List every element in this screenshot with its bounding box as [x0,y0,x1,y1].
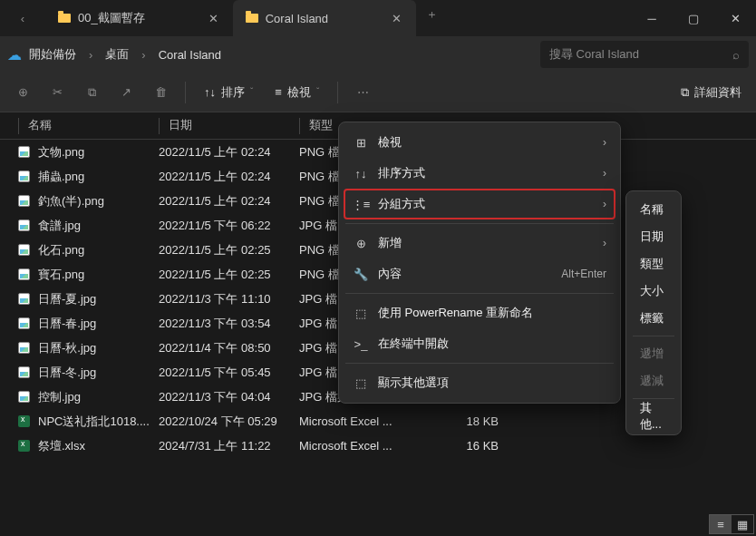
file-date: 2022/11/5 上午 02:25 [159,267,299,283]
submenu-item[interactable]: 日期 [631,223,676,250]
submenu-item[interactable]: 標籤 [631,305,676,332]
cut-button[interactable]: ✂ [42,78,73,107]
file-type: Microsoft Excel ... [299,414,417,428]
file-date: 2024/7/31 上午 11:22 [159,438,299,454]
menu-item-排序方式[interactable]: ↑↓排序方式› [344,158,615,189]
file-date: 2022/11/5 下午 05:45 [159,365,299,381]
image-icon [18,244,30,256]
file-name: 寶石.png [38,267,159,283]
image-icon [18,171,30,182]
menu-label: 內容 [378,266,552,282]
search-icon: ⌕ [732,48,740,62]
submenu-item[interactable]: 大小 [631,278,676,305]
shortcut: Alt+Enter [561,268,606,280]
tab-inactive[interactable]: 00_截圖暫存 ✕ [45,0,233,36]
menu-item-使用 PowerRename 重新命名[interactable]: ⬚使用 PowerRename 重新命名 [344,297,615,328]
copy-button[interactable]: ⧉ [76,78,107,107]
menu-label: 檢視 [378,134,594,151]
tab-label: Coral Island [266,12,328,25]
file-name: 化石.png [38,242,159,258]
menu-label: 顯示其他選項 [378,375,606,391]
close-window-button[interactable]: ✕ [714,0,756,36]
pr-icon: ⬚ [353,307,369,320]
menu-item-顯示其他選項[interactable]: ⬚顯示其他選項 [344,367,615,398]
submenu-item[interactable]: 類型 [631,250,676,278]
details-button[interactable]: ⧉ 詳細資料 [674,84,749,101]
chevron-down-icon: ˇ [250,87,253,97]
image-icon [18,342,30,354]
file-name: 祭壇.xlsx [38,438,159,454]
more-button[interactable]: ⋯ [347,78,378,107]
file-name: 捕蟲.png [38,169,159,185]
menu-item-分組方式[interactable]: ⋮≡分組方式› [344,189,615,219]
chevron-down-icon: ˇ [316,87,319,97]
backup-link[interactable]: 開始備份 [25,46,80,63]
file-name: 文物.png [38,144,159,161]
menu-item-新增[interactable]: ⊕新增› [344,228,615,258]
delete-button[interactable]: 🗑 [145,78,176,107]
onedrive-icon[interactable]: ☁ [7,46,22,63]
address-bar: ☁ 開始備份 › 桌面 › Coral Island 搜尋 Coral Isla… [0,36,756,73]
file-date: 2022/10/24 下午 05:29 [159,414,299,430]
chevron-right-icon: › [603,198,606,210]
search-input[interactable]: 搜尋 Coral Island ⌕ [540,41,749,68]
new-tab-button[interactable]: ＋ [416,0,447,29]
menu-label: 在終端中開啟 [378,336,606,352]
share-button[interactable]: ↗ [111,78,141,107]
breadcrumb-item[interactable]: Coral Island [155,48,225,62]
chevron-right-icon: › [603,167,606,180]
view-icon: ≡ [275,85,282,99]
folder-icon [246,14,258,23]
file-type: Microsoft Excel ... [299,439,417,453]
col-name[interactable]: 名稱 [18,117,159,134]
minimize-button[interactable]: ─ [631,0,673,36]
file-row[interactable]: 祭壇.xlsx2024/7/31 上午 11:22Microsoft Excel… [0,434,756,458]
file-name: 日曆-夏.jpg [38,291,159,307]
menu-label: 新增 [378,235,594,251]
file-name: 日曆-秋.jpg [38,340,159,356]
menu-label: 分組方式 [378,196,594,212]
image-icon [18,366,30,378]
file-name: 日曆-冬.jpg [38,365,159,381]
col-date[interactable]: 日期 [159,117,299,134]
context-menu: ⊞檢視›↑↓排序方式›⋮≡分組方式›⊕新增›🔧內容Alt+Enter⬚使用 Po… [338,122,621,404]
new-button[interactable]: ⊕ [7,78,38,107]
file-date: 2022/11/3 下午 11:10 [159,291,299,307]
sort-button[interactable]: ↑↓ 排序 ˇ [195,78,262,107]
view-button[interactable]: ≡ 檢視 ˇ [266,78,328,107]
breadcrumb-item[interactable]: 桌面 [102,46,132,63]
menu-item-內容[interactable]: 🔧內容Alt+Enter [344,258,615,289]
details-view-button[interactable]: ≡ [710,515,732,533]
chevron-right-icon: › [136,48,150,62]
file-name: 控制.jpg [38,389,159,405]
close-icon[interactable]: ✕ [207,10,220,27]
file-name: 食譜.jpg [38,218,159,234]
thumbnails-view-button[interactable]: ▦ [732,515,753,533]
file-date: 2022/11/5 上午 02:24 [159,193,299,210]
tab-active[interactable]: Coral Island ✕ [233,0,416,36]
menu-item-檢視[interactable]: ⊞檢視› [344,127,615,158]
prop-icon: 🔧 [353,268,369,281]
image-icon [18,146,30,158]
submenu-item-disabled: 遞增 [631,340,676,367]
submenu-item[interactable]: 名稱 [631,196,676,223]
submenu-more[interactable]: 其他... [631,403,676,430]
menu-item-在終端中開啟[interactable]: >_在終端中開啟 [344,328,615,359]
back-button[interactable]: ‹ [7,4,38,33]
image-icon [18,268,30,280]
sort-icon: ↑↓ [204,85,216,99]
menu-label: 排序方式 [378,165,594,181]
file-size: 16 KB [417,439,499,453]
file-size: 18 KB [417,414,499,428]
term-icon: >_ [353,337,369,351]
tab-label: 00_截圖暫存 [78,10,145,26]
close-icon[interactable]: ✕ [390,10,403,27]
menu-label: 使用 PowerRename 重新命名 [378,305,606,321]
image-icon [18,317,30,329]
toolbar: ⊕ ✂ ⧉ ↗ 🗑 ↑↓ 排序 ˇ ≡ 檢視 ˇ ⋯ ⧉ 詳細資料 [0,73,756,112]
file-name: NPC送礼指北1018.... [38,414,159,430]
chevron-right-icon: › [603,237,606,249]
chevron-right-icon: › [603,136,606,149]
file-date: 2022/11/3 下午 04:04 [159,389,299,405]
maximize-button[interactable]: ▢ [673,0,714,36]
